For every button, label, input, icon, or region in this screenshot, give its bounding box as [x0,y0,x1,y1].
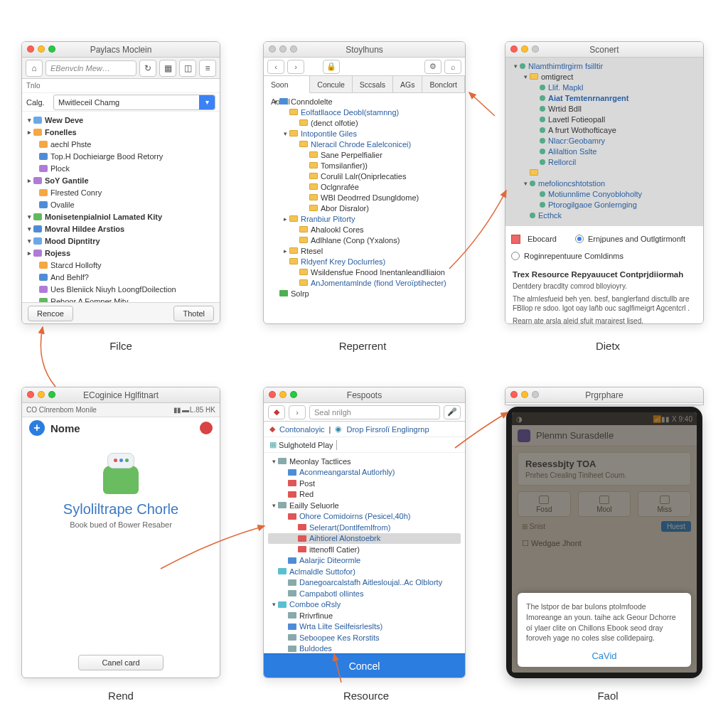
tree-p3[interactable]: ▾ Nlamthimtlrgirm fsilltir▾ omtigrectLli… [510,60,699,220]
tree-item[interactable]: Ptorogilgaoe Gonlernging [510,199,699,210]
tree-group[interactable]: ▾Movral Hildee Arstios [22,223,220,235]
tree-item[interactable]: Red [268,489,461,500]
tree-item[interactable]: Eolfatllaoce Deobl(stamnng) [268,107,462,117]
tree-p5[interactable]: ▾ Meonlay TactlicesAconmeangarstal Autlo… [264,453,465,678]
tree-item[interactable]: Abor Disralor) [268,203,462,213]
tree-item[interactable]: Ovalile [22,198,220,210]
tree-item[interactable]: Wsildensfue Fnood Inentanleandlliaion [268,267,462,277]
tree-item[interactable]: Nlacr:Geobamry [510,135,699,146]
gear-icon[interactable]: ⚙ [424,60,441,74]
tree-item[interactable]: ▾ omtigrect [510,71,699,82]
tab[interactable]: Bonclort [422,76,465,92]
tree-item[interactable]: Tomsilanfier)) [268,160,462,171]
tree-item[interactable]: ittenofll Catier) [268,544,461,555]
tree-item[interactable]: Aconmeangarstal Autlorhly) [268,467,461,478]
thotel-button[interactable]: Thotel [173,306,214,321]
tree-item[interactable]: Lavetl Fotieopall [510,114,699,124]
tree-item[interactable]: Ues Bleniick Niuyh LoongfDoilection [22,283,220,295]
tree-item[interactable]: Campabotl ollintes [268,588,461,599]
min-dot[interactable] [38,46,45,53]
tree-item[interactable]: Alilaltion Sslte [510,146,699,156]
search-input[interactable]: Seal nrilgh [309,405,440,419]
tree-item[interactable]: (denct olfotie) [268,117,462,128]
tree-item[interactable]: ▾ Comboe oRsly [268,599,461,611]
crumb2[interactable]: Drop Firsrolï Englingrnp [346,425,429,434]
modal-ok-button[interactable]: CaVid [526,651,682,661]
tree-item[interactable]: Sane Perpelfialier [268,149,462,160]
cancel-card-button[interactable]: Canel card [78,655,164,670]
tree-item[interactable]: Flrested Conry [22,186,220,198]
tab[interactable]: AGs [393,76,422,92]
tree-item[interactable]: Ohore Comidoirns (Pesicel,40h) [268,511,461,523]
back-icon[interactable]: ‹ [267,60,284,74]
close-dot[interactable] [27,46,34,53]
pill-label[interactable]: Sulghoteld Play [279,441,333,449]
tree-item[interactable]: Rellorcil [510,156,699,167]
columns-icon[interactable]: ◫ [179,60,196,77]
tree-item[interactable]: ▾ Meonlay Tactlices [268,456,461,467]
concel-button[interactable]: Concel [264,653,465,678]
alert-icon[interactable] [200,422,213,434]
tree-group[interactable]: ▾Monisetenpialniol Lamated Kity [22,210,220,223]
tree-item[interactable]: Ahalookl Cores [268,224,462,235]
home-icon[interactable]: ⌂ [26,60,43,77]
tree-item[interactable]: Top.H Dochieiarge Bood Retorry [22,150,220,162]
app-icon[interactable]: ◆ [268,405,285,419]
radio-regin[interactable] [511,252,520,260]
tree-item[interactable]: Seboopee Kes Rorstits [268,632,461,643]
tree-item[interactable]: Rrivrfinue [268,610,461,621]
tree-item[interactable]: Corulil Lalr(Oniprlecaties [268,171,462,181]
tree-item[interactable]: ▸ Rtesel [268,245,462,256]
refresh-icon[interactable]: ↻ [139,60,156,77]
tree-item[interactable]: Llif. Mapkl [510,82,699,92]
tree-item[interactable]: Aclmaldle Suttofor) [268,566,461,577]
fwd-icon[interactable]: › [287,60,304,74]
tree-group[interactable]: ▸Fonelles [22,126,220,138]
radio-engines[interactable] [575,235,584,243]
tree-item[interactable]: Wrtid Bdll [510,103,699,114]
tree-item[interactable]: Buldodes [268,643,461,655]
tree-item[interactable]: Starcd Hollofty [22,259,220,271]
tree-group[interactable]: ▸SoY Gantile [22,174,220,186]
grid-icon[interactable]: ▦ [159,60,176,77]
max-dot[interactable] [48,46,55,53]
tree-item[interactable]: Aiat Temtenrnanrgent [510,92,699,103]
tree-item[interactable]: Nleracil Chrode Ealelconicei) [268,139,462,149]
tree-item[interactable]: Motiunnlime Conyobloholty [510,188,699,199]
tree-item[interactable]: Rldyenf Krey Doclurrles) [268,256,462,267]
search-input[interactable]: EBenvcln Mew… [46,60,136,76]
tree-item[interactable]: Oclgnrafée [268,181,462,192]
mic-icon[interactable]: 🎤 [444,405,461,419]
tree-item[interactable] [510,167,699,178]
tree-item[interactable]: Adlhlane (Conp (Yxalons) [268,235,462,245]
tab[interactable]: Concule [310,76,353,92]
tree-item[interactable]: Post [268,478,461,489]
tree-item[interactable]: A frurt Wothofticaye [510,124,699,135]
tree-item[interactable]: Selerart(Dontlfemlfrom) [268,522,461,533]
tree-item[interactable]: ▸ Rranbiur Pitorty [268,213,462,224]
tree-group[interactable]: ▾Wew Deve [22,114,220,126]
calg-select[interactable]: Mwitleceil Chamg ▾ [53,95,215,110]
tree-item[interactable]: aechl Phste [22,138,220,150]
tree-item[interactable]: Wrta Lilte Seilfeisrleslts) [268,621,461,633]
tree-item[interactable]: Aihtiorel Alonstoebrk [268,533,461,545]
tree-item[interactable]: Solrp [268,288,462,299]
tree-item[interactable]: Aalarjic Diteormle [268,555,461,567]
tree-item[interactable]: ▾ mefolioncshtotstion [510,178,699,188]
tab[interactable]: Soon Aodul [264,76,310,93]
rencoe-button[interactable]: Rencoe [28,306,73,321]
tree-item[interactable]: ▾ Conndolelte [268,96,462,107]
tree-item[interactable]: ▾ Eailly Seluorle [268,500,461,511]
tree-p2[interactable]: ▾ ConndolelteEolfatllaoce Deobl(stamnng)… [264,93,465,304]
tree-group[interactable]: ▸Rojess [22,247,220,259]
tree-item[interactable]: Plock [22,162,220,174]
lock-icon[interactable]: 🔒 [323,60,340,74]
tree-item[interactable]: AnJomentamlnde (fiond Veroïptihecter) [268,277,462,288]
menu-icon[interactable]: ≡ [199,60,216,77]
tree-group[interactable]: ▾Mood Dipntitry [22,235,220,247]
crumb1[interactable]: Contonaloyic [279,425,325,434]
fwd-icon[interactable]: › [289,405,306,419]
tree-item[interactable]: Danegoarcalstafh Aitlesloujal..Ac Olblor… [268,577,461,589]
add-icon[interactable]: + [29,420,45,436]
tree-item[interactable]: ▾ Nlamthimtlrgirm fsilltir [510,60,699,71]
